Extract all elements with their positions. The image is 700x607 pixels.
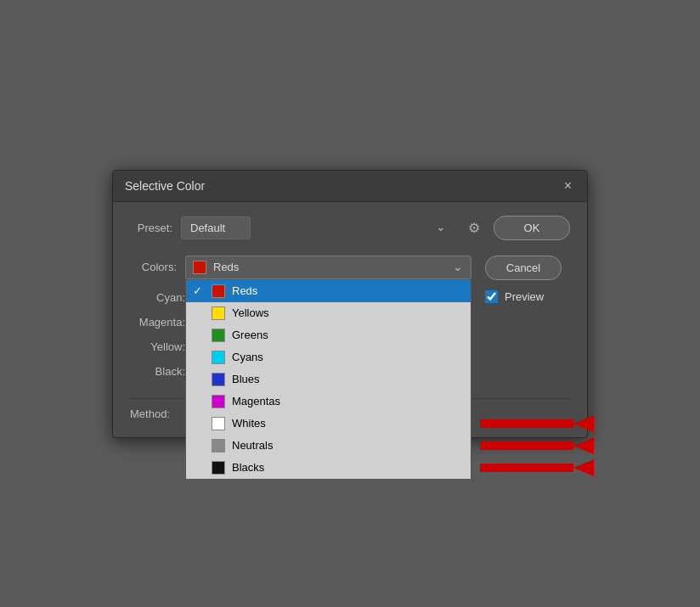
cyan-label: Cyan: <box>130 291 185 304</box>
selective-color-dialog: Selective Color × Preset: Default ⚙ OK C… <box>112 170 588 438</box>
label-neutrals: Neutrals <box>232 439 273 452</box>
dialog-title: Selective Color <box>125 179 205 193</box>
gear-button[interactable]: ⚙ <box>463 216 485 239</box>
dropdown-item-cyans[interactable]: Cyans <box>186 346 471 368</box>
preset-label: Preset: <box>130 222 172 234</box>
checkmark-reds: ✓ <box>193 284 205 297</box>
arrow-neutrals-head <box>573 437 594 454</box>
colors-dropdown-wrapper: Reds ✓ Reds <box>185 256 471 279</box>
preview-label: Preview <box>505 290 544 303</box>
left-panel: Colors: Reds ✓ Reds <box>130 256 471 390</box>
dropdown-item-neutrals[interactable]: Neutrals <box>186 435 471 457</box>
colors-dropdown-button[interactable]: Reds <box>185 256 471 279</box>
label-cyans: Cyans <box>232 351 263 363</box>
preset-row: Preset: Default ⚙ OK <box>130 216 570 240</box>
title-bar: Selective Color × <box>113 171 587 202</box>
preview-row: Preview <box>485 290 544 303</box>
black-label: Black: <box>130 365 185 378</box>
preset-select[interactable]: Default <box>181 216 251 239</box>
label-blues: Blues <box>232 373 260 385</box>
preview-checkbox[interactable] <box>485 290 498 303</box>
arrow-neutrals <box>480 437 594 454</box>
dropdown-item-reds[interactable]: ✓ Reds <box>186 280 471 302</box>
ok-button[interactable]: OK <box>494 216 570 240</box>
selected-color-swatch <box>193 261 206 274</box>
dropdown-item-yellows[interactable]: Yellows <box>186 302 471 324</box>
swatch-yellows <box>212 306 225 320</box>
swatch-blacks <box>212 461 225 475</box>
arrow-blacks-body <box>480 464 573 472</box>
arrow-whites-body <box>480 419 573 428</box>
method-label: Method: <box>130 407 170 420</box>
arrow-blacks-head <box>573 459 594 476</box>
arrow-whites-head <box>573 415 594 432</box>
dropdown-item-blacks[interactable]: Blacks <box>186 457 471 479</box>
swatch-reds <box>212 284 225 298</box>
label-greens: Greens <box>232 329 268 341</box>
colors-selected-value: Reds <box>213 261 239 273</box>
swatch-greens <box>212 329 225 342</box>
swatch-whites <box>212 417 225 430</box>
swatch-cyans <box>212 351 225 364</box>
close-button[interactable]: × <box>561 179 575 193</box>
label-magentas: Magentas <box>232 395 280 407</box>
right-panel: Cancel Preview <box>485 256 570 390</box>
label-yellows: Yellows <box>232 306 269 319</box>
colors-label: Colors: <box>130 261 177 273</box>
swatch-neutrals <box>212 439 225 452</box>
cancel-button[interactable]: Cancel <box>485 256 562 280</box>
dropdown-item-greens[interactable]: Greens <box>186 324 471 346</box>
swatch-blues <box>212 373 225 386</box>
dropdown-item-whites[interactable]: Whites <box>186 413 471 435</box>
yellow-label: Yellow: <box>130 340 185 353</box>
dropdown-item-magentas[interactable]: Magentas <box>186 391 471 413</box>
dialog-body: Preset: Default ⚙ OK Colors: Reds <box>113 202 587 437</box>
dropdown-item-blues[interactable]: Blues <box>186 368 471 391</box>
colors-row: Colors: Reds ✓ Reds <box>130 256 471 279</box>
arrow-whites <box>480 415 594 432</box>
label-whites: Whites <box>232 417 266 430</box>
main-content: Colors: Reds ✓ Reds <box>130 256 570 390</box>
label-blacks: Blacks <box>232 461 264 474</box>
colors-dropdown-menu: ✓ Reds Yellows <box>185 279 471 480</box>
label-reds: Reds <box>232 284 257 297</box>
arrow-neutrals-body <box>480 441 573 450</box>
swatch-magentas <box>212 395 225 408</box>
arrow-blacks <box>480 459 594 476</box>
preset-select-wrapper: Default <box>181 216 454 239</box>
magenta-label: Magenta: <box>130 316 185 329</box>
